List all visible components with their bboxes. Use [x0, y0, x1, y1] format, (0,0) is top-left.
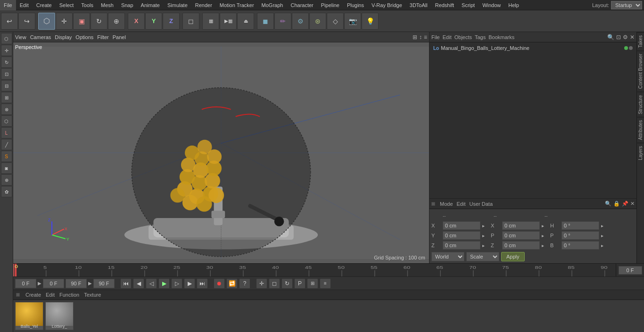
close-icon[interactable]: ✕ [630, 34, 635, 40]
attr-pin-icon[interactable]: 📌 [622, 201, 628, 207]
gen-button[interactable]: ⚙ [292, 13, 309, 30]
pb-grid[interactable]: ⊞ [307, 278, 318, 289]
framerate-input[interactable] [93, 279, 115, 288]
attr-search-icon[interactable]: 🔍 [605, 201, 611, 207]
render-active-button[interactable]: ▶▦ [220, 13, 237, 30]
attr-scale-h[interactable] [561, 221, 599, 230]
z-axis-button[interactable]: Z [163, 13, 180, 30]
pb-record[interactable]: ⏺ [214, 278, 225, 289]
vt-icon-settings[interactable]: ≡ [424, 34, 427, 40]
mt-create[interactable]: Create [25, 292, 41, 298]
attr-arrow-x1[interactable]: ▸ [482, 223, 489, 228]
end-frame-input2[interactable] [66, 279, 87, 288]
dot-render[interactable] [629, 46, 633, 50]
attr-arrow-b[interactable]: ▸ [601, 243, 608, 248]
at-edit[interactable]: Edit [457, 201, 466, 207]
menu-redshift[interactable]: Redshift [431, 0, 458, 10]
vt-options[interactable]: Options [75, 34, 93, 40]
end-frame-input1[interactable] [43, 279, 64, 288]
at-mode[interactable]: Mode [440, 201, 453, 207]
ls-move[interactable]: ✛ [1, 45, 12, 56]
layout-select[interactable]: Startup [611, 1, 642, 9]
menu-3dtoall[interactable]: 3DToAll [406, 0, 431, 10]
vt-view[interactable]: View [15, 34, 26, 40]
settings-icon[interactable]: ⚙ [623, 34, 628, 40]
attr-pos-z[interactable] [443, 241, 480, 250]
ls-tool9[interactable]: L [1, 127, 12, 138]
menu-motion-tracker[interactable]: Motion Tracker [216, 0, 258, 10]
attr-arrow-x2[interactable]: ▸ [542, 223, 548, 228]
select-mode-button[interactable]: ⬡ [38, 13, 55, 30]
current-frame-input[interactable] [619, 266, 642, 275]
search-icon[interactable]: 🔍 [607, 34, 614, 40]
ls-tool10[interactable]: ╱ [1, 139, 12, 150]
menu-simulate[interactable]: Simulate [164, 0, 191, 10]
menu-snap[interactable]: Snap [117, 0, 137, 10]
menu-render[interactable]: Render [191, 0, 216, 10]
ls-scale[interactable]: ⊡ [1, 68, 12, 80]
vt-filter[interactable]: Filter [97, 34, 108, 40]
camera-button[interactable]: 📷 [344, 13, 361, 30]
menu-help[interactable]: Help [504, 0, 523, 10]
attr-scale-p[interactable] [561, 231, 599, 240]
deform-button[interactable]: ⊛ [309, 13, 326, 30]
ls-tool5[interactable]: ⊟ [1, 80, 12, 91]
pb-next-frame[interactable]: ▶ [184, 278, 195, 289]
x-axis-button[interactable]: X [128, 13, 145, 30]
vert-tab-structure[interactable]: Structure [637, 92, 644, 117]
vert-tab-content[interactable]: Content Browser [637, 50, 644, 91]
vert-tab-layers[interactable]: Layers [637, 143, 644, 163]
rt-file[interactable]: File [431, 34, 440, 40]
attr-arrow-z1[interactable]: ▸ [482, 243, 489, 248]
mt-edit[interactable]: Edit [46, 292, 55, 298]
env-button[interactable]: ◇ [327, 13, 344, 30]
render-all-button[interactable]: ⏏ [237, 13, 254, 30]
pb-prev-step[interactable]: ◁ [146, 278, 157, 289]
ls-tool6[interactable]: ⊞ [1, 92, 12, 103]
vert-tab-attributes[interactable]: Attributes [637, 117, 644, 143]
menu-edit[interactable]: Edit [16, 0, 33, 10]
ls-tool13[interactable]: ⊕ [1, 174, 12, 186]
menu-vray[interactable]: V-Ray Bridge [368, 0, 406, 10]
cube-button[interactable]: ◼ [257, 13, 274, 30]
rt-bookmarks[interactable]: Bookmarks [488, 34, 514, 40]
menu-mograph[interactable]: MoGraph [258, 0, 287, 10]
start-frame-input[interactable] [15, 279, 36, 288]
vt-panel[interactable]: Panel [113, 34, 126, 40]
vt-display[interactable]: Display [55, 34, 72, 40]
ls-tool8[interactable]: ⬡ [1, 115, 12, 127]
pb-loop[interactable]: 🔁 [226, 278, 238, 289]
rotate-button[interactable]: ↻ [91, 13, 107, 30]
menu-script[interactable]: Script [458, 0, 479, 10]
ls-tool14[interactable]: ✿ [1, 186, 12, 197]
dot-visible[interactable] [624, 46, 628, 50]
scale-button[interactable]: ▣ [73, 13, 90, 30]
attr-lock-icon[interactable]: 🔒 [613, 201, 620, 207]
pb-goto-start[interactable]: ⏮ [120, 278, 132, 289]
pb-help[interactable]: ? [239, 278, 250, 289]
mat-swatch-lottery[interactable]: Lottery_ [45, 302, 74, 330]
attr-rot-x[interactable] [502, 221, 540, 230]
menu-plugins[interactable]: Plugins [343, 0, 368, 10]
menu-animate[interactable]: Animate [137, 0, 164, 10]
object-button[interactable]: ◻ [182, 13, 199, 30]
menu-tools[interactable]: Tools [77, 0, 97, 10]
attr-arrow-z2[interactable]: ▸ [542, 243, 548, 248]
tree-item-main[interactable]: Lo Manual_Bingo_Balls_Lottery_Machine [431, 44, 635, 52]
attr-scale-b[interactable] [561, 241, 599, 250]
filter-icon[interactable]: ⊡ [616, 34, 621, 40]
menu-pipeline[interactable]: Pipeline [317, 0, 343, 10]
viewport[interactable]: Perspective [13, 42, 429, 263]
attr-pos-y[interactable] [443, 231, 480, 240]
apply-button[interactable]: Apply [501, 252, 525, 261]
mt-function[interactable]: Function [59, 292, 79, 298]
at-userdata[interactable]: User Data [470, 201, 493, 207]
attr-close-icon[interactable]: ✕ [630, 201, 635, 207]
menu-file[interactable]: File [0, 0, 16, 10]
menu-mesh[interactable]: Mesh [97, 0, 117, 10]
menu-create[interactable]: Create [33, 0, 56, 10]
pb-extra[interactable]: ≡ [320, 278, 331, 289]
menu-window[interactable]: Window [479, 0, 504, 10]
attr-rot-z[interactable] [502, 241, 540, 250]
pb-goto-end[interactable]: ⏭ [197, 278, 208, 289]
